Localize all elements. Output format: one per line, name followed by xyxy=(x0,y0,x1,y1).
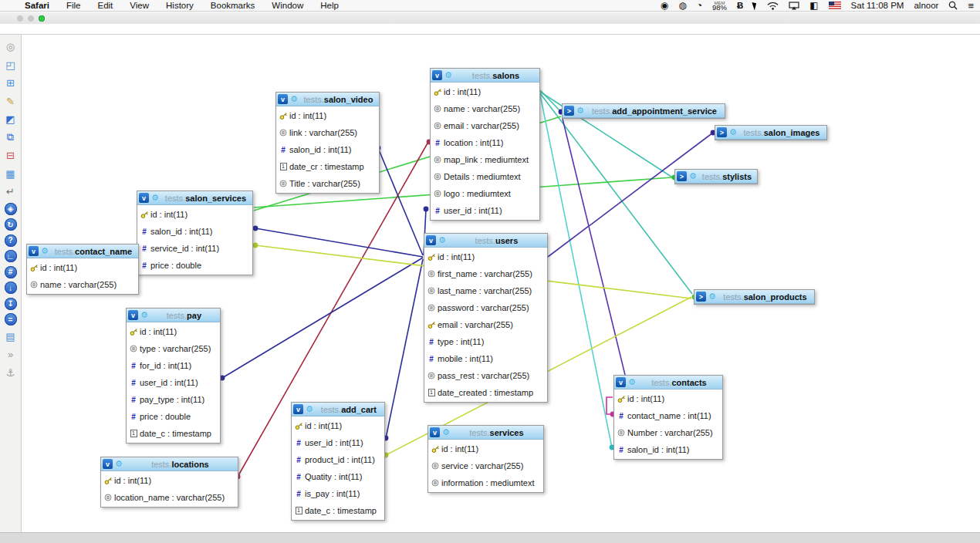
table-options-gear-icon[interactable]: ⚙ xyxy=(306,404,313,414)
table-options-gear-icon[interactable]: ⚙ xyxy=(115,459,123,469)
table-options-gear-icon[interactable]: ⚙ xyxy=(151,193,159,203)
field-row[interactable]: id : int(11) xyxy=(276,107,379,124)
field-row[interactable]: Number : varchar(255) xyxy=(614,424,722,441)
field-row[interactable]: #service_id : int(11) xyxy=(137,240,252,257)
expand-table-icon[interactable]: > xyxy=(677,171,687,181)
menu-clock[interactable]: Sat 11:08 PM xyxy=(851,1,904,10)
field-row[interactable]: #type : int(11) xyxy=(424,333,547,350)
field-row[interactable]: id : int(11) xyxy=(27,259,138,276)
collapse-table-icon[interactable]: v xyxy=(432,70,442,80)
table-pay[interactable]: v⚙tests.payid : int(11)type : varchar(25… xyxy=(126,308,221,444)
field-row[interactable]: id : int(11) xyxy=(614,390,722,407)
table-options-gear-icon[interactable]: ⚙ xyxy=(438,235,446,245)
field-row[interactable]: #salon_id : int(11) xyxy=(276,141,379,158)
table-header-salon_services[interactable]: v⚙tests.salon_services xyxy=(137,191,252,205)
delete-page-icon[interactable]: ⊟ xyxy=(3,148,19,163)
table-header-salon_video[interactable]: v⚙tests.salon_video xyxy=(276,93,379,106)
bluetooth-icon[interactable]: Ƀ xyxy=(737,1,743,10)
table-options-gear-icon[interactable]: ⚙ xyxy=(444,70,452,80)
collapse-table-icon[interactable]: v xyxy=(103,459,113,469)
display-icon[interactable]: ◧ xyxy=(809,0,818,11)
create-relation-icon[interactable]: ↵ xyxy=(3,184,19,199)
field-row[interactable]: #user_id : int(11) xyxy=(127,374,220,391)
menu-item-help[interactable]: Help xyxy=(320,1,339,10)
screen-record-icon[interactable]: ◉ xyxy=(661,0,668,11)
field-row[interactable]: #pay_type : int(11) xyxy=(127,391,220,408)
menu-item-safari[interactable]: Safari xyxy=(25,1,49,10)
user-name[interactable]: alnoor xyxy=(914,1,938,10)
expand-table-icon[interactable]: > xyxy=(696,292,706,302)
display-column-icon[interactable]: ◈ xyxy=(5,203,17,215)
field-row[interactable]: location_name : varchar(255) xyxy=(101,489,238,506)
menu-item-edit[interactable]: Edit xyxy=(98,1,113,10)
collapse-table-icon[interactable]: v xyxy=(278,94,288,104)
menu-item-bookmarks[interactable]: Bookmarks xyxy=(211,1,255,10)
field-row[interactable]: id : int(11) xyxy=(431,83,539,100)
airplay-icon[interactable] xyxy=(789,2,799,10)
minimize-window-button[interactable] xyxy=(28,15,34,22)
field-row[interactable]: 1date_created : timestamp xyxy=(424,384,547,401)
field-row[interactable]: Title : varchar(255) xyxy=(276,175,379,192)
fullscreen-icon[interactable]: ◰ xyxy=(3,58,19,73)
table-add_cart[interactable]: v⚙tests.add_cartid : int(11)#user_id : i… xyxy=(291,402,385,521)
table-salon_services[interactable]: v⚙tests.salon_servicesid : int(11)#salon… xyxy=(137,191,253,275)
save-page-icon[interactable]: ◩ xyxy=(3,112,19,126)
table-options-gear-icon[interactable]: ⚙ xyxy=(140,310,148,320)
field-row[interactable]: id : int(11) xyxy=(101,472,238,489)
table-salon_images[interactable]: >⚙tests.salon_images xyxy=(715,125,827,140)
field-row[interactable]: name : varchar(255) xyxy=(27,276,138,293)
table-header-stylists[interactable]: >⚙tests.stylists xyxy=(675,170,757,184)
table-add_appointment_service[interactable]: >⚙tests.add_appointment_service xyxy=(562,103,725,119)
table-header-contacts[interactable]: v⚙tests.contacts xyxy=(614,376,722,390)
field-row[interactable]: id : int(11) xyxy=(137,206,252,223)
export-schema-icon[interactable]: ▤ xyxy=(3,329,19,344)
help-icon[interactable]: ? xyxy=(5,234,17,247)
field-row[interactable]: name : varchar(255) xyxy=(431,100,539,117)
close-window-button[interactable] xyxy=(17,15,23,22)
field-row[interactable]: #mobile : int(11) xyxy=(424,350,547,367)
reload-icon[interactable]: ↻ xyxy=(5,218,17,231)
collapse-table-icon[interactable]: v xyxy=(128,310,138,320)
spotlight-icon[interactable] xyxy=(948,1,958,10)
anchor-icon[interactable]: ⚓ xyxy=(3,366,19,380)
field-row[interactable]: first_name : varchar(255) xyxy=(424,265,547,282)
field-row[interactable]: #is_pay : int(11) xyxy=(292,485,384,502)
table-options-gear-icon[interactable]: ⚙ xyxy=(708,292,716,302)
edit-page-icon[interactable]: ✎ xyxy=(3,94,19,109)
field-row[interactable]: 1date_c : timestamp xyxy=(127,425,220,442)
field-row[interactable]: #Quatity : int(11) xyxy=(292,468,384,485)
field-row[interactable]: id : int(11) xyxy=(428,440,543,457)
menu-item-window[interactable]: Window xyxy=(272,1,303,10)
field-row[interactable]: 1date_cr : timestamp xyxy=(276,158,379,175)
pin-text-icon[interactable]: = xyxy=(5,313,17,325)
table-header-salon_products[interactable]: >⚙tests.salon_products xyxy=(694,290,814,304)
field-row[interactable]: id : int(11) xyxy=(127,323,220,340)
toggle-menu-icon[interactable]: ◎ xyxy=(3,39,19,54)
field-row[interactable]: service : varchar(255) xyxy=(428,457,543,474)
table-header-locations[interactable]: v⚙tests.locations xyxy=(101,457,238,471)
table-options-gear-icon[interactable]: ⚙ xyxy=(689,171,697,181)
memory-indicator[interactable]: MEM 98% xyxy=(712,1,727,10)
table-header-services[interactable]: v⚙tests.services xyxy=(428,426,543,440)
field-row[interactable]: password : varchar(255) xyxy=(424,299,547,316)
expand-table-icon[interactable]: > xyxy=(564,106,574,116)
small-big-all-icon[interactable]: ↓ xyxy=(5,282,17,294)
menu-item-file[interactable]: File xyxy=(66,1,81,10)
table-options-gear-icon[interactable]: ⚙ xyxy=(729,127,737,137)
field-row[interactable]: #salon_id : int(11) xyxy=(614,441,722,458)
table-stylists[interactable]: >⚙tests.stylists xyxy=(674,169,758,184)
save-page-as-icon[interactable]: ⧉ xyxy=(3,130,19,145)
table-salon_video[interactable]: v⚙tests.salon_videoid : int(11)link : va… xyxy=(275,92,380,194)
collapse-table-icon[interactable]: v xyxy=(616,377,626,387)
collapse-table-icon[interactable]: v xyxy=(426,235,436,245)
menu-item-view[interactable]: View xyxy=(130,1,149,10)
field-row[interactable]: #price : double xyxy=(137,257,252,274)
zoom-window-button[interactable] xyxy=(39,15,45,22)
field-row[interactable]: #for_id : int(11) xyxy=(127,357,220,374)
notification-center-icon[interactable]: ≡ xyxy=(968,0,974,12)
field-row[interactable]: #location : int(11) xyxy=(431,134,539,151)
table-header-salons[interactable]: v⚙tests.salons xyxy=(431,69,539,83)
field-row[interactable]: #user_id : int(11) xyxy=(431,202,539,219)
table-header-pay[interactable]: v⚙tests.pay xyxy=(127,309,220,322)
field-row[interactable]: #user_id : int(11) xyxy=(292,434,384,451)
